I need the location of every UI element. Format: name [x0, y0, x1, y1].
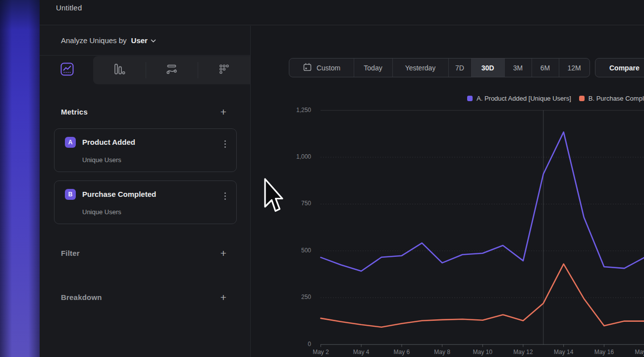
filter-title: Filter	[61, 249, 80, 257]
range-7d-button[interactable]: 7D	[448, 59, 471, 77]
breakdown-title: Breakdown	[61, 293, 102, 301]
tab-retention[interactable]	[198, 56, 250, 84]
range-6m-button[interactable]: 6M	[532, 59, 559, 77]
tab-funnels[interactable]	[93, 56, 146, 84]
metric-name: Product Added	[82, 138, 135, 146]
compare-button[interactable]: Compare	[595, 58, 644, 77]
legend-label: B. Purchase Completed [Unique Users]	[589, 95, 644, 102]
dot-grid-icon	[217, 62, 231, 78]
analyze-by-value: User	[131, 36, 148, 45]
tab-strip	[93, 56, 250, 84]
chart-panel: Custom Today Yesterday 7D 30D 3M 6M 12M …	[251, 26, 644, 357]
add-breakdown-button[interactable]: +	[220, 292, 226, 302]
report-title: Untitled	[56, 3, 82, 12]
range-custom-button[interactable]: Custom	[289, 59, 354, 77]
range-label: Custom	[317, 64, 340, 72]
metric-card-b[interactable]: B Purchase Completed Unique Users	[54, 180, 237, 224]
legend-swatch-purple	[467, 96, 473, 101]
kebab-menu-icon[interactable]	[222, 190, 228, 202]
metric-badge-b: B	[65, 189, 76, 200]
range-yesterday-button[interactable]: Yesterday	[392, 59, 448, 77]
range-12m-button[interactable]: 12M	[559, 59, 590, 77]
range-3m-button[interactable]: 3M	[504, 59, 532, 77]
sidebar: Analyze Uniques by User	[40, 26, 251, 357]
kebab-menu-icon[interactable]	[222, 138, 228, 150]
range-30d-button[interactable]: 30D	[471, 59, 504, 77]
metric-card-a[interactable]: A Product Added Unique Users	[54, 128, 237, 172]
line-chart-icon	[60, 62, 74, 78]
chart-legend: A. Product Added [Unique Users] B. Purch…	[467, 95, 644, 102]
add-filter-button[interactable]: +	[220, 248, 226, 258]
flow-wave-icon	[165, 62, 178, 78]
app-window: Untitled Analyze Uniques by User	[0, 0, 644, 357]
metrics-title: Metrics	[61, 108, 88, 116]
funnel-bars-icon	[112, 62, 126, 78]
calendar-icon	[303, 62, 312, 73]
analyze-by-label: Analyze Uniques by	[61, 36, 127, 45]
range-today-button[interactable]: Today	[354, 59, 392, 77]
metric-subtitle: Unique Users	[82, 208, 121, 216]
content-area: Untitled Analyze Uniques by User	[40, 0, 644, 357]
metric-name: Purchase Completed	[82, 190, 156, 198]
analyze-by-row: Analyze Uniques by User	[40, 26, 251, 56]
date-range-selector: Custom Today Yesterday 7D 30D 3M 6M 12M	[289, 58, 590, 77]
legend-label: A. Product Added [Unique Users]	[477, 95, 571, 102]
add-metric-button[interactable]: +	[220, 107, 226, 117]
metric-badge-a: A	[65, 137, 76, 148]
legend-item-a[interactable]: A. Product Added [Unique Users]	[467, 95, 571, 102]
tab-insights[interactable]	[41, 56, 93, 84]
left-gradient-strip	[0, 0, 40, 357]
tab-flows[interactable]	[146, 56, 198, 84]
legend-swatch-orange	[579, 96, 585, 101]
breakdown-header: Breakdown +	[61, 292, 226, 302]
metric-subtitle: Unique Users	[82, 156, 121, 164]
chevron-down-icon	[151, 37, 156, 44]
legend-item-b[interactable]: B. Purchase Completed [Unique Users]	[579, 95, 644, 102]
analyze-by-select[interactable]: User	[131, 36, 156, 45]
metrics-header: Metrics +	[61, 107, 226, 117]
report-type-tabs	[41, 56, 250, 84]
filter-header: Filter +	[61, 248, 226, 258]
top-bar: Untitled	[40, 0, 644, 25]
